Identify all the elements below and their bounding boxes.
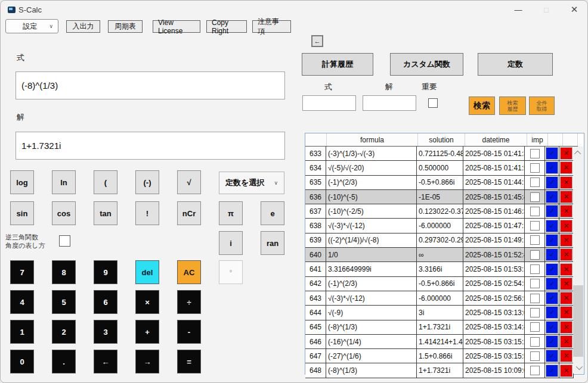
row-solution[interactable]: ∞ xyxy=(417,248,463,261)
settings-dropdown[interactable]: 設定 ∨ xyxy=(5,19,58,33)
i-button[interactable]: i xyxy=(219,231,243,255)
key-8[interactable]: 8 xyxy=(52,260,76,284)
imp-checkbox[interactable] xyxy=(530,322,540,332)
factorial-button[interactable]: ! xyxy=(135,201,159,225)
delete-button-cross-icon[interactable]: ✕ xyxy=(560,335,572,348)
copyright-button[interactable]: Copy Right xyxy=(206,20,247,33)
cursor-right-button[interactable]: → xyxy=(135,350,159,373)
ln-button[interactable]: ln xyxy=(52,170,76,194)
imp-checkbox[interactable] xyxy=(530,308,540,317)
restore-button-check-icon[interactable]: ✓ xyxy=(546,335,558,348)
delete-button-cross-icon[interactable]: ✕ xyxy=(560,234,572,247)
row-solution[interactable]: -6.000000 xyxy=(417,291,463,305)
table-row[interactable]: 635 (-1)^(2/3) -0.5+0.866i 2025-08-15 01… xyxy=(305,176,574,190)
table-row[interactable]: 636 (-10)^(-5) -1E-05 2025-08-15 01:45:4… xyxy=(305,190,574,204)
row-solution[interactable]: 3i xyxy=(417,306,463,319)
table-row[interactable]: 634 √(-5)/√(-20) 0.500000 2025-08-15 01:… xyxy=(305,161,574,175)
imp-checkbox[interactable] xyxy=(530,250,540,260)
equals-button[interactable]: = xyxy=(177,350,201,373)
del-button[interactable]: del xyxy=(135,260,159,284)
imp-checkbox[interactable] xyxy=(530,279,540,288)
delete-button-cross-icon[interactable]: ✕ xyxy=(560,263,572,276)
view-license-button[interactable]: View License xyxy=(153,20,200,33)
row-solution[interactable]: 0.123022-0.378 xyxy=(417,204,463,218)
key-6[interactable]: 6 xyxy=(94,290,117,314)
key-9[interactable]: 9 xyxy=(94,260,117,284)
table-row[interactable]: 637 (-10)^(-2/5) 0.123022-0.378 2025-08-… xyxy=(305,204,574,219)
row-solution[interactable]: -0.5+0.866i xyxy=(417,176,463,189)
row-formula[interactable]: ((-2)^(1/4))/√(-8) xyxy=(326,233,417,247)
constants-button[interactable]: 定数 xyxy=(478,53,553,76)
table-row[interactable]: 633 (-3)^(1/3)-√(-3) 0.721125-0.483 2025… xyxy=(305,147,574,161)
delete-button-cross-icon[interactable]: ✕ xyxy=(560,161,572,174)
table-row[interactable]: 642 (-1)^(2/3) -0.5+0.866i 2025-08-15 02… xyxy=(305,277,574,291)
plus-button[interactable]: + xyxy=(135,320,159,344)
key-4[interactable]: 4 xyxy=(10,290,34,314)
e-button[interactable]: e xyxy=(261,201,284,225)
row-solution[interactable]: 1.5+0.866i xyxy=(417,349,463,363)
calc-history-button[interactable]: 計算履歴 xyxy=(302,53,373,76)
table-row[interactable]: 644 √(-9) 3i 2025-08-15 03:13:06 ✓ ✕ xyxy=(305,306,574,320)
degree-button[interactable]: ° xyxy=(219,260,243,284)
search-history-button[interactable]: 検索 履歴 xyxy=(499,96,526,115)
row-solution[interactable]: 0.297302-0.297 xyxy=(417,233,463,247)
key-2[interactable]: 2 xyxy=(52,320,76,344)
periodic-table-button[interactable]: 周期表 xyxy=(108,20,143,33)
close-icon[interactable]: ✕ xyxy=(561,1,587,18)
delete-button-cross-icon[interactable]: ✕ xyxy=(560,147,572,160)
restore-button-check-icon[interactable]: ✓ xyxy=(546,161,558,174)
inverse-trig-checkbox[interactable] xyxy=(59,235,70,247)
col-header-solution[interactable]: solution xyxy=(418,133,465,146)
restore-button-check-icon[interactable]: ✓ xyxy=(546,234,558,247)
delete-button-cross-icon[interactable]: ✕ xyxy=(560,205,572,217)
decimal-button[interactable]: . xyxy=(52,350,76,373)
paren-button[interactable]: ( xyxy=(94,170,117,194)
imp-checkbox[interactable] xyxy=(530,192,540,202)
restore-button-check-icon[interactable]: ✓ xyxy=(546,321,558,334)
table-row[interactable]: 639 ((-2)^(1/4))/√(-8) 0.297302-0.297 20… xyxy=(305,233,574,248)
table-row[interactable]: 647 (-27)^(1/6) 1.5+0.866i 2025-08-15 03… xyxy=(305,349,574,363)
row-formula[interactable]: (-1)^(2/3) xyxy=(326,277,417,291)
key-1[interactable]: 1 xyxy=(10,320,34,344)
row-formula[interactable]: (-27)^(1/6) xyxy=(326,349,417,363)
row-formula[interactable]: (-8)^(1/3) xyxy=(326,363,417,377)
imp-checkbox[interactable] xyxy=(530,149,540,158)
row-formula[interactable]: (-16)^(1/4) xyxy=(326,335,417,348)
minimize-icon[interactable]: — xyxy=(505,1,531,18)
pi-button[interactable]: π xyxy=(219,201,243,225)
imp-checkbox[interactable] xyxy=(530,294,540,303)
col-header-formula[interactable]: formula xyxy=(327,133,418,146)
table-row[interactable]: 646 (-16)^(1/4) 1.414214+1.41 2025-08-15… xyxy=(305,335,574,349)
delete-button-cross-icon[interactable]: ✕ xyxy=(560,278,572,290)
delete-button-cross-icon[interactable]: ✕ xyxy=(560,306,572,319)
table-scrollbar[interactable] xyxy=(573,147,583,373)
imp-checkbox[interactable] xyxy=(530,351,540,361)
multiply-button[interactable]: × xyxy=(135,290,159,314)
notes-button[interactable]: 注意事項 xyxy=(252,20,291,33)
row-solution[interactable]: -6.000000 xyxy=(417,219,463,232)
key-7[interactable]: 7 xyxy=(10,260,34,284)
row-formula[interactable]: (-8)^(1/3) xyxy=(326,320,417,334)
delete-button-cross-icon[interactable]: ✕ xyxy=(560,220,572,232)
row-formula[interactable]: (-10)^(-5) xyxy=(326,190,417,204)
restore-button-check-icon[interactable]: ✓ xyxy=(546,263,558,276)
minus-button[interactable]: - xyxy=(177,320,201,344)
scroll-down-icon[interactable] xyxy=(573,362,583,372)
io-button[interactable]: 入出力 xyxy=(66,20,100,33)
restore-button-check-icon[interactable]: ✓ xyxy=(546,176,558,189)
scrollbar-thumb[interactable] xyxy=(573,285,583,357)
restore-button-check-icon[interactable]: ✓ xyxy=(546,191,558,203)
divide-button[interactable]: ÷ xyxy=(177,290,201,314)
imp-checkbox[interactable] xyxy=(530,221,540,231)
row-solution[interactable]: 3.3166i xyxy=(417,262,463,276)
search-button[interactable]: 検索 xyxy=(469,96,495,115)
imp-checkbox[interactable] xyxy=(530,366,540,375)
custom-function-button[interactable]: カスタム関数 xyxy=(390,53,463,76)
table-row[interactable]: 640 1/0 ∞ 2025-08-15 01:52:40 ✓ ✕ xyxy=(305,248,574,262)
delete-button-cross-icon[interactable]: ✕ xyxy=(560,350,572,362)
table-row[interactable]: 645 (-8)^(1/3) 1+1.7321i 2025-08-15 03:1… xyxy=(305,320,574,335)
delete-button-cross-icon[interactable]: ✕ xyxy=(560,191,572,203)
row-formula[interactable]: (-3)^(1/3)-√(-3) xyxy=(326,147,417,160)
restore-button-check-icon[interactable]: ✓ xyxy=(546,306,558,319)
row-formula[interactable]: 3.316649999i xyxy=(326,262,417,276)
